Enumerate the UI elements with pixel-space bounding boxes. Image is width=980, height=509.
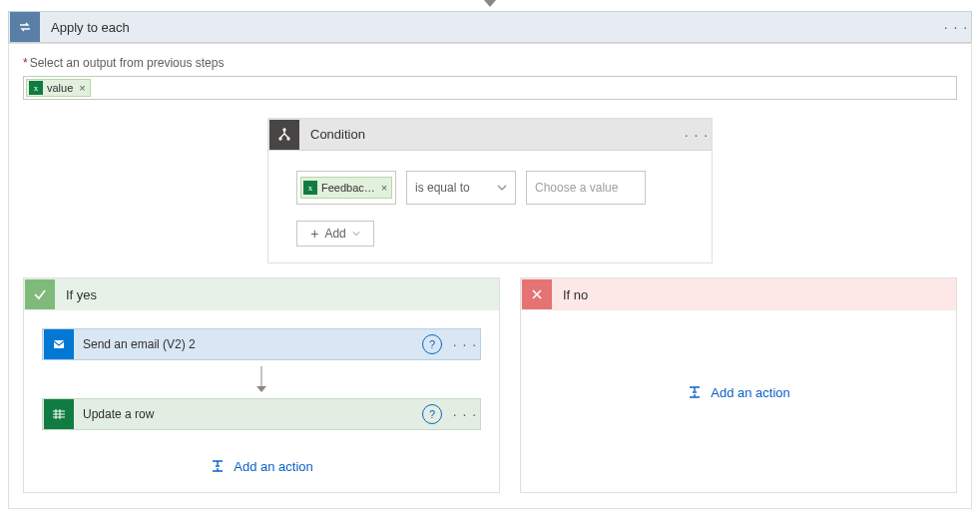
remove-token-button[interactable]: × [381, 182, 387, 194]
chevron-down-icon [497, 183, 507, 193]
chevron-down-icon [352, 227, 360, 241]
remove-token-button[interactable]: × [79, 82, 85, 94]
if-no-header[interactable]: If no [521, 278, 956, 310]
check-icon [25, 279, 55, 309]
apply-to-each-body: Select an output from previous steps x v… [8, 43, 972, 509]
if-no-branch: If no Add an action [520, 277, 957, 493]
condition-lhs-field[interactable]: x Feedbac… × [296, 171, 396, 205]
link-text: Add an action [711, 385, 790, 400]
link-text: Add an action [234, 459, 313, 474]
action-title: Update a row [75, 407, 422, 421]
operator-label: is equal to [415, 181, 470, 195]
add-action-button[interactable]: Add an action [210, 458, 313, 474]
svg-rect-8 [54, 340, 64, 348]
action-send-email[interactable]: Send an email (V2) 2 ? · · · [42, 328, 481, 360]
apply-to-each-header[interactable]: Apply to each · · · [8, 11, 972, 43]
dynamic-token-value[interactable]: x value × [26, 79, 91, 97]
branch-icon [269, 120, 299, 150]
excel-icon [44, 399, 74, 429]
svg-point-4 [287, 138, 289, 140]
insert-icon [210, 458, 226, 474]
card-title: Apply to each [41, 20, 941, 35]
if-yes-branch: If yes Send an email (V2) 2 ? · · · [23, 277, 500, 493]
insert-icon [687, 384, 703, 400]
loop-icon [10, 12, 40, 42]
condition-card: Condition · · · x Feedbac… × [267, 118, 713, 263]
svg-text:x: x [34, 83, 39, 93]
condition-header[interactable]: Condition · · · [268, 119, 712, 151]
help-button[interactable]: ? [422, 334, 442, 354]
incoming-arrow [483, 0, 497, 10]
action-menu-button[interactable]: · · · [450, 336, 480, 352]
svg-point-3 [279, 138, 281, 140]
previous-output-field[interactable]: x value × [23, 76, 957, 100]
card-title: Condition [300, 127, 682, 142]
branch-title: If yes [56, 287, 107, 302]
condition-rhs-field[interactable]: Choose a value [526, 171, 646, 205]
card-menu-button[interactable]: · · · [682, 127, 712, 143]
close-icon [522, 279, 552, 309]
token-text: Feedbac… [321, 182, 375, 194]
card-menu-button[interactable]: · · · [941, 19, 971, 35]
outlook-icon [44, 329, 74, 359]
add-action-button[interactable]: Add an action [687, 384, 790, 400]
placeholder-text: Choose a value [535, 181, 618, 195]
action-title: Send an email (V2) 2 [75, 337, 422, 351]
branch-title: If no [553, 287, 598, 302]
svg-point-2 [283, 129, 285, 131]
field-label: Select an output from previous steps [23, 56, 957, 70]
excel-icon: x [29, 81, 43, 95]
if-yes-header[interactable]: If yes [24, 278, 499, 310]
condition-operator-select[interactable]: is equal to [406, 171, 516, 205]
add-label: Add [324, 227, 345, 241]
dynamic-token-field[interactable]: x Feedbac… × [300, 177, 392, 199]
arrow-down-icon [260, 366, 262, 392]
action-menu-button[interactable]: · · · [450, 406, 480, 422]
svg-text:x: x [308, 183, 313, 193]
excel-icon: x [303, 181, 317, 195]
help-button[interactable]: ? [422, 404, 442, 424]
add-condition-button[interactable]: + Add [296, 221, 374, 247]
action-update-row[interactable]: Update a row ? · · · [42, 398, 481, 430]
plus-icon: + [310, 227, 318, 241]
token-text: value [47, 82, 73, 94]
